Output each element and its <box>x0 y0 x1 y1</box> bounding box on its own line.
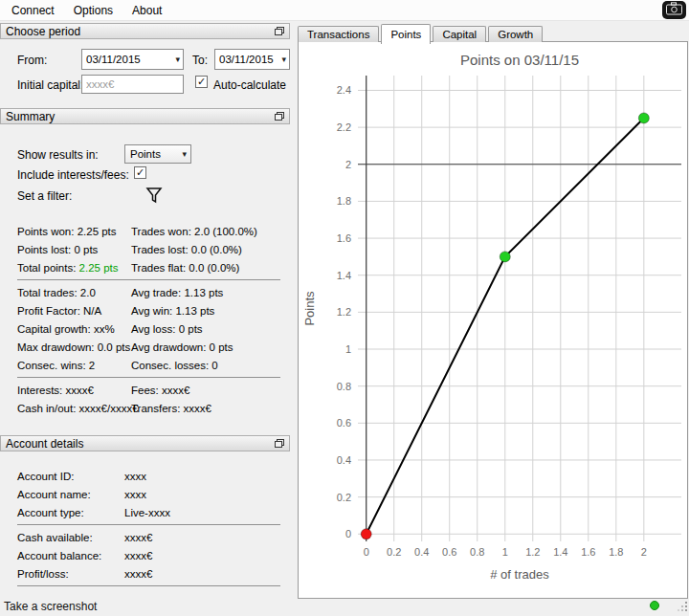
divider <box>17 279 280 280</box>
to-label: To: <box>192 54 208 67</box>
stat-capital-growth: Capital growth: xx% <box>0 323 131 335</box>
chevron-down-icon: ▾ <box>281 55 286 64</box>
x-tick-label: 1.8 <box>609 546 623 558</box>
x-tick-label: 1.4 <box>553 546 567 558</box>
y-tick-label: 1.4 <box>337 270 351 281</box>
detach-panel-icon[interactable] <box>275 27 284 35</box>
y-tick-label: 0.6 <box>337 417 351 429</box>
stat-points-won: Points won: 2.25 pts <box>0 226 131 237</box>
chevron-down-icon: ▾ <box>175 55 180 64</box>
app-window: Connect Options About Choose period From… <box>0 0 689 616</box>
tab-points[interactable]: Points <box>381 24 431 44</box>
x-tick-label: 1.2 <box>525 546 540 558</box>
stat-fees: Fees: xxxx€ <box>131 385 290 396</box>
y-tick-label: 0.2 <box>337 492 351 503</box>
account-type-label: Account type: <box>0 507 124 518</box>
y-tick-label: 1 <box>345 343 351 355</box>
resize-grip[interactable] <box>678 602 688 615</box>
stat-trades-lost: Trades lost: 0.0 (0.0%) <box>131 244 290 255</box>
account-row: Account name: xxxx <box>0 485 290 503</box>
stats-row: Consec. wins: 2 Consec. losses: 0 <box>0 356 290 374</box>
y-tick-label: 0.8 <box>337 381 351 392</box>
divider <box>17 377 280 378</box>
choose-period-panel: Choose period From: 03/11/2015 ▾ To: 03/… <box>0 23 290 104</box>
divider <box>17 524 280 525</box>
profit-loss-label: Profit/loss: <box>0 568 124 580</box>
tab-growth[interactable]: Growth <box>488 26 543 42</box>
stat-consec-wins: Consec. wins: 2 <box>0 360 131 371</box>
account-row: Cash available: xxxx€ <box>0 528 290 546</box>
chevron-down-icon: ▾ <box>182 149 187 159</box>
data-point <box>638 113 649 123</box>
stats-row: Total points: 2.25 pts Trades flat: 0.0 … <box>0 258 290 276</box>
stats-row: Points won: 2.25 pts Trades won: 2.0 (10… <box>0 222 290 240</box>
filter-funnel-icon[interactable] <box>145 187 163 208</box>
summary-title: Summary <box>6 110 55 123</box>
stat-trades-won: Trades won: 2.0 (100.0%) <box>131 226 290 237</box>
x-tick-label: 0.4 <box>414 546 429 558</box>
account-rows: Account ID: xxxx Account name: xxxx Acco… <box>0 467 290 589</box>
detach-panel-icon[interactable] <box>275 439 284 448</box>
stat-total-points-label: Total points: <box>17 262 76 274</box>
y-tick-label: 0 <box>345 528 351 539</box>
x-tick-label: 0 <box>364 546 369 558</box>
account-name-label: Account name: <box>0 489 124 500</box>
x-axis-label: # of trades <box>490 567 549 582</box>
stats-row: Interests: xxxx€ Fees: xxxx€ <box>0 381 290 399</box>
menu-about[interactable]: About <box>122 1 171 20</box>
account-balance-value: xxxx€ <box>124 550 152 561</box>
tab-bar: Transactions Points Capital Growth <box>298 23 543 42</box>
points-chart: 00.20.40.60.811.21.41.61.8200.20.40.60.8… <box>299 42 687 598</box>
y-tick-label: 1.6 <box>337 232 351 244</box>
stat-cash-in-out: Cash in/out: xxxx€/xxxx€ <box>0 403 131 414</box>
status-indicator-dot <box>650 601 659 610</box>
detach-panel-icon[interactable] <box>275 112 284 121</box>
x-tick-label: 1.6 <box>581 546 595 558</box>
auto-calculate-checkbox[interactable]: ✓ <box>195 76 208 88</box>
stat-total-points-value: 2.25 pts <box>79 262 119 274</box>
y-tick-label: 2 <box>345 159 351 170</box>
include-interests-label: Include interests/fees: <box>17 168 129 182</box>
profit-loss-value: xxxx€ <box>124 568 152 580</box>
stats-row: Points lost: 0 pts Trades lost: 0.0 (0.0… <box>0 240 290 258</box>
initial-capital-input[interactable] <box>81 75 184 94</box>
stat-max-drawdown: Max drawdown: 0.0 pts <box>0 341 131 353</box>
account-id-value: xxxx <box>124 471 146 482</box>
cash-available-label: Cash available: <box>0 532 124 543</box>
to-date-select[interactable]: 03/11/2015 ▾ <box>214 49 290 70</box>
show-results-label: Show results in: <box>17 148 99 162</box>
stat-avg-drawdown: Avg drawdown: 0 pts <box>131 341 290 353</box>
account-row: Account ID: xxxx <box>0 467 290 485</box>
from-date-value: 03/11/2015 <box>86 54 141 65</box>
chart-title: Points on 03/11/15 <box>460 52 579 68</box>
tab-capital[interactable]: Capital <box>433 26 486 42</box>
stat-profit-factor: Profit Factor: N/A <box>0 305 131 317</box>
show-results-select[interactable]: Points ▾ <box>124 144 191 164</box>
from-date-select[interactable]: 03/11/2015 ▾ <box>81 49 184 70</box>
stats-row: Profit Factor: N/A Avg win: 1.13 pts <box>0 301 290 319</box>
stat-transfers: Transfers: xxxx€ <box>131 403 290 414</box>
stat-interests: Interests: xxxx€ <box>0 385 131 396</box>
account-balance-label: Account balance: <box>0 550 124 561</box>
account-row: Profit/loss: xxxx€ <box>0 564 290 583</box>
x-tick-label: 2 <box>641 546 647 558</box>
account-details-title: Account details <box>6 437 83 451</box>
initial-capital-label: Initial capital: <box>17 78 83 92</box>
menu-connect[interactable]: Connect <box>2 1 64 20</box>
x-tick-label: 0.2 <box>387 546 401 558</box>
camera-screenshot-button[interactable] <box>662 1 686 19</box>
x-tick-label: 0.8 <box>470 546 484 558</box>
stats-row: Capital growth: xx% Avg loss: 0 pts <box>0 319 290 338</box>
take-screenshot-button[interactable]: Take a screenshot <box>4 600 97 613</box>
y-tick-label: 0.4 <box>337 454 351 466</box>
choose-period-title: Choose period <box>6 25 80 38</box>
menu-bar: Connect Options About <box>0 0 689 21</box>
tab-transactions[interactable]: Transactions <box>298 26 379 42</box>
stat-avg-loss: Avg loss: 0 pts <box>131 323 290 335</box>
menu-options[interactable]: Options <box>64 1 122 20</box>
cash-available-value: xxxx€ <box>124 532 152 543</box>
stat-consec-losses: Consec. losses: 0 <box>131 360 290 371</box>
stats-row: Cash in/out: xxxx€/xxxx€ Transfers: xxxx… <box>0 399 290 417</box>
choose-period-header: Choose period <box>0 23 290 39</box>
include-interests-checkbox[interactable]: ✓ <box>134 166 146 179</box>
